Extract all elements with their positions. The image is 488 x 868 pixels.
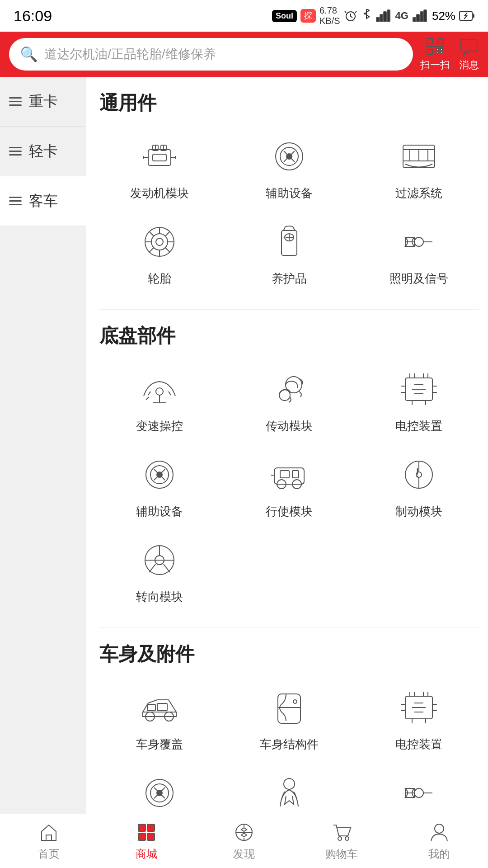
item-steering-module[interactable]: 转向模块	[99, 533, 220, 609]
signal-icon	[375, 9, 392, 23]
item-auxiliary-equipment[interactable]: 辅助设备	[229, 129, 350, 206]
tire-label: 轮胎	[148, 271, 171, 287]
svg-line-94	[149, 564, 155, 572]
transmission-module-label: 传动模块	[266, 418, 313, 434]
svg-rect-7	[420, 12, 423, 22]
svg-rect-127	[138, 833, 145, 840]
svg-rect-12	[438, 38, 443, 44]
item-electronic-control[interactable]: 电控装置	[358, 362, 479, 439]
divider-1	[99, 309, 479, 310]
nav-item-shop[interactable]: 商城	[113, 821, 180, 861]
item-body-cover[interactable]: 车身覆盖	[99, 680, 220, 757]
nav-label-mine: 我的	[428, 847, 450, 861]
svg-point-133	[338, 837, 342, 840]
auxiliary-equipment-icon	[267, 134, 312, 179]
grid-general: 发动机模块 辅助设备	[99, 129, 479, 291]
alarm-icon	[344, 9, 357, 23]
item-gearbox-control[interactable]: 变速操控	[99, 362, 220, 439]
svg-point-102	[293, 700, 297, 703]
sidebar-item-heavy-truck[interactable]: 重卡	[0, 77, 86, 127]
status-time: 16:09	[14, 7, 52, 25]
scan-button[interactable]: 扫一扫	[420, 37, 450, 72]
svg-rect-85	[280, 471, 289, 478]
svg-point-54	[414, 237, 423, 246]
svg-rect-100	[147, 704, 155, 711]
filter-system-label: 过滤系统	[395, 185, 442, 201]
tire-icon	[137, 219, 182, 264]
nav-item-mine[interactable]: 我的	[405, 821, 473, 861]
search-icon: 🔍	[20, 46, 38, 63]
signal-icon2	[412, 9, 428, 23]
svg-text:!: !	[416, 466, 419, 480]
item-driving-module[interactable]: 行使模块	[229, 448, 350, 524]
item-tire[interactable]: 轮胎	[99, 215, 220, 291]
tantan-app-icon: 探	[300, 9, 316, 23]
svg-rect-19	[461, 39, 477, 51]
electronic-control-label: 电控装置	[395, 418, 442, 434]
brake-module-icon: !	[396, 452, 441, 497]
svg-rect-17	[437, 52, 439, 54]
svg-point-119	[157, 790, 162, 796]
network-info: 6.78KB/S	[319, 5, 340, 26]
sidebar-item-light-truck[interactable]: 轻卡	[0, 127, 86, 176]
svg-rect-16	[441, 48, 442, 50]
nav-item-cart[interactable]: 购物车	[308, 821, 375, 861]
maintenance-label: 养护品	[272, 271, 307, 287]
svg-rect-99	[157, 703, 167, 711]
aux-equipment2-label: 辅助设备	[136, 504, 183, 519]
battery-percentage: 52%	[432, 9, 455, 23]
item-maintenance[interactable]: 养护品	[229, 215, 350, 291]
svg-point-120	[284, 778, 295, 789]
item-brake-module[interactable]: ! 制动模块	[358, 448, 479, 524]
nav-item-discover[interactable]: 发现	[210, 821, 278, 861]
item-engine-module[interactable]: 发动机模块	[99, 129, 220, 206]
menu-icon2	[9, 147, 22, 156]
steering-module-icon	[137, 538, 182, 583]
engine-module-label: 发动机模块	[130, 185, 189, 201]
content-area: 通用件 发动机模块	[86, 77, 488, 868]
menu-icon3	[9, 197, 22, 205]
lighting-signal2-icon	[396, 770, 441, 816]
search-actions: 扫一扫 消息	[420, 37, 479, 72]
svg-point-81	[157, 472, 162, 477]
svg-rect-124	[46, 835, 52, 840]
svg-rect-11	[427, 38, 432, 44]
sidebar-item-bus[interactable]: 客车	[0, 176, 86, 226]
svg-line-48	[165, 231, 170, 236]
discover-icon	[233, 821, 255, 843]
item-electronic-control2[interactable]: 电控装置	[358, 680, 479, 757]
main-layout: 重卡 轻卡 客车 通用件	[0, 77, 488, 868]
item-filter-system[interactable]: 过滤系统	[358, 129, 479, 206]
sidebar-label-heavy-truck: 重卡	[29, 92, 58, 112]
sidebar-label-bus: 客车	[29, 191, 58, 211]
driving-module-label: 行使模块	[266, 504, 313, 519]
item-lighting-signal[interactable]: 照明及信号	[358, 215, 479, 291]
bottom-nav: 首页 商城 发现 购物车 我的	[0, 814, 488, 868]
svg-rect-25	[153, 154, 166, 161]
svg-line-62	[146, 397, 149, 400]
message-button[interactable]: 消息	[459, 37, 479, 72]
svg-line-46	[149, 231, 154, 236]
section-title-chassis: 底盘部件	[99, 323, 479, 349]
bluetooth-icon	[361, 9, 372, 23]
svg-rect-128	[147, 833, 155, 840]
svg-rect-15	[437, 48, 439, 50]
svg-point-41	[156, 238, 163, 245]
nav-item-home[interactable]: 首页	[15, 821, 83, 861]
scan-icon	[425, 37, 445, 57]
body-structure-label: 车身结构件	[260, 736, 319, 752]
svg-line-60	[148, 392, 150, 395]
item-transmission-module[interactable]: 传动模块	[229, 362, 350, 439]
item-aux-equipment2[interactable]: 辅助设备	[99, 448, 220, 524]
driving-module-icon	[267, 452, 312, 497]
svg-rect-10	[472, 14, 474, 18]
item-body-structure[interactable]: 车身结构件	[229, 680, 350, 757]
battery-icon	[459, 11, 474, 21]
svg-rect-8	[424, 10, 427, 22]
nav-label-home: 首页	[38, 847, 60, 861]
search-placeholder: 道达尔机油/正品轮胎/维修保养	[44, 46, 216, 63]
search-input-wrapper[interactable]: 🔍 道达尔机油/正品轮胎/维修保养	[9, 38, 413, 71]
maintenance-icon	[267, 219, 312, 264]
svg-point-32	[286, 154, 292, 159]
svg-line-49	[149, 248, 154, 252]
